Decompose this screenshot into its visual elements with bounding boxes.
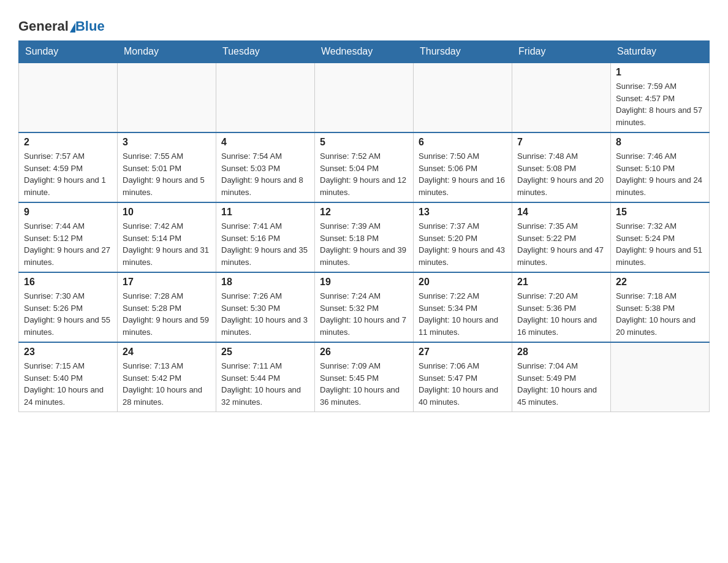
calendar-cell: 21Sunrise: 7:20 AMSunset: 5:36 PMDayligh…	[512, 272, 611, 342]
day-number: 19	[320, 277, 408, 288]
day-number: 14	[517, 207, 605, 218]
day-number: 17	[123, 277, 211, 288]
day-number: 6	[419, 137, 507, 148]
calendar-header-saturday: Saturday	[611, 41, 710, 63]
day-info: Sunrise: 7:13 AMSunset: 5:42 PMDaylight:…	[123, 360, 211, 408]
calendar-cell: 11Sunrise: 7:41 AMSunset: 5:16 PMDayligh…	[216, 202, 315, 272]
day-number: 28	[517, 347, 605, 358]
day-number: 1	[616, 67, 704, 78]
calendar-cell	[216, 63, 315, 132]
logo: General Blue	[18, 18, 105, 34]
calendar-cell: 16Sunrise: 7:30 AMSunset: 5:26 PMDayligh…	[19, 272, 118, 342]
day-number: 13	[419, 207, 507, 218]
day-info: Sunrise: 7:54 AMSunset: 5:03 PMDaylight:…	[221, 150, 309, 198]
day-number: 22	[616, 277, 704, 288]
day-info: Sunrise: 7:41 AMSunset: 5:16 PMDaylight:…	[221, 220, 309, 268]
calendar-table: SundayMondayTuesdayWednesdayThursdayFrid…	[18, 40, 710, 412]
page-header: General Blue	[18, 12, 710, 34]
calendar-cell: 3Sunrise: 7:55 AMSunset: 5:01 PMDaylight…	[118, 132, 216, 202]
day-info: Sunrise: 7:46 AMSunset: 5:10 PMDaylight:…	[616, 150, 704, 198]
day-info: Sunrise: 7:55 AMSunset: 5:01 PMDaylight:…	[123, 150, 211, 198]
day-info: Sunrise: 7:06 AMSunset: 5:47 PMDaylight:…	[419, 360, 507, 408]
day-number: 7	[517, 137, 605, 148]
calendar-cell	[315, 63, 414, 132]
calendar-cell: 10Sunrise: 7:42 AMSunset: 5:14 PMDayligh…	[118, 202, 216, 272]
calendar-cell: 8Sunrise: 7:46 AMSunset: 5:10 PMDaylight…	[611, 132, 710, 202]
calendar-cell: 6Sunrise: 7:50 AMSunset: 5:06 PMDaylight…	[414, 132, 512, 202]
day-number: 27	[419, 347, 507, 358]
calendar-cell: 2Sunrise: 7:57 AMSunset: 4:59 PMDaylight…	[19, 132, 118, 202]
day-info: Sunrise: 7:15 AMSunset: 5:40 PMDaylight:…	[24, 360, 112, 408]
calendar-cell: 9Sunrise: 7:44 AMSunset: 5:12 PMDaylight…	[19, 202, 118, 272]
calendar-cell	[19, 63, 118, 132]
day-info: Sunrise: 7:50 AMSunset: 5:06 PMDaylight:…	[419, 150, 507, 198]
calendar-cell: 13Sunrise: 7:37 AMSunset: 5:20 PMDayligh…	[414, 202, 512, 272]
day-info: Sunrise: 7:52 AMSunset: 5:04 PMDaylight:…	[320, 150, 408, 198]
day-info: Sunrise: 7:39 AMSunset: 5:18 PMDaylight:…	[320, 220, 408, 268]
calendar-cell: 20Sunrise: 7:22 AMSunset: 5:34 PMDayligh…	[414, 272, 512, 342]
calendar-cell: 15Sunrise: 7:32 AMSunset: 5:24 PMDayligh…	[611, 202, 710, 272]
day-number: 18	[221, 277, 309, 288]
calendar-week-2: 2Sunrise: 7:57 AMSunset: 4:59 PMDaylight…	[19, 132, 710, 202]
day-info: Sunrise: 7:57 AMSunset: 4:59 PMDaylight:…	[24, 150, 112, 198]
day-info: Sunrise: 7:30 AMSunset: 5:26 PMDaylight:…	[24, 290, 112, 338]
calendar-cell: 28Sunrise: 7:04 AMSunset: 5:49 PMDayligh…	[512, 342, 611, 412]
calendar-cell	[611, 342, 710, 412]
day-info: Sunrise: 7:28 AMSunset: 5:28 PMDaylight:…	[123, 290, 211, 338]
calendar-week-3: 9Sunrise: 7:44 AMSunset: 5:12 PMDaylight…	[19, 202, 710, 272]
day-info: Sunrise: 7:09 AMSunset: 5:45 PMDaylight:…	[320, 360, 408, 408]
calendar-cell	[414, 63, 512, 132]
calendar-cell: 19Sunrise: 7:24 AMSunset: 5:32 PMDayligh…	[315, 272, 414, 342]
day-number: 20	[419, 277, 507, 288]
day-info: Sunrise: 7:04 AMSunset: 5:49 PMDaylight:…	[517, 360, 605, 408]
day-number: 2	[24, 137, 112, 148]
calendar-cell: 27Sunrise: 7:06 AMSunset: 5:47 PMDayligh…	[414, 342, 512, 412]
day-info: Sunrise: 7:20 AMSunset: 5:36 PMDaylight:…	[517, 290, 605, 338]
calendar-cell: 26Sunrise: 7:09 AMSunset: 5:45 PMDayligh…	[315, 342, 414, 412]
calendar-cell: 23Sunrise: 7:15 AMSunset: 5:40 PMDayligh…	[19, 342, 118, 412]
calendar-header-row: SundayMondayTuesdayWednesdayThursdayFrid…	[19, 41, 710, 63]
day-info: Sunrise: 7:26 AMSunset: 5:30 PMDaylight:…	[221, 290, 309, 338]
day-number: 12	[320, 207, 408, 218]
calendar-cell	[512, 63, 611, 132]
day-info: Sunrise: 7:22 AMSunset: 5:34 PMDaylight:…	[419, 290, 507, 338]
day-number: 24	[123, 347, 211, 358]
day-info: Sunrise: 7:59 AMSunset: 4:57 PMDaylight:…	[616, 80, 704, 128]
calendar-header-tuesday: Tuesday	[216, 41, 315, 63]
calendar-cell: 17Sunrise: 7:28 AMSunset: 5:28 PMDayligh…	[118, 272, 216, 342]
day-number: 15	[616, 207, 704, 218]
day-number: 5	[320, 137, 408, 148]
calendar-week-1: 1Sunrise: 7:59 AMSunset: 4:57 PMDaylight…	[19, 63, 710, 132]
calendar-header-monday: Monday	[118, 41, 216, 63]
calendar-week-4: 16Sunrise: 7:30 AMSunset: 5:26 PMDayligh…	[19, 272, 710, 342]
calendar-header-thursday: Thursday	[414, 41, 512, 63]
calendar-cell: 1Sunrise: 7:59 AMSunset: 4:57 PMDaylight…	[611, 63, 710, 132]
day-number: 3	[123, 137, 211, 148]
day-number: 11	[221, 207, 309, 218]
day-number: 25	[221, 347, 309, 358]
day-number: 4	[221, 137, 309, 148]
logo-text-general: General	[18, 18, 69, 34]
day-number: 23	[24, 347, 112, 358]
calendar-cell: 14Sunrise: 7:35 AMSunset: 5:22 PMDayligh…	[512, 202, 611, 272]
day-number: 16	[24, 277, 112, 288]
calendar-cell: 12Sunrise: 7:39 AMSunset: 5:18 PMDayligh…	[315, 202, 414, 272]
calendar-header-wednesday: Wednesday	[315, 41, 414, 63]
logo-general-text: General	[18, 18, 75, 34]
day-number: 9	[24, 207, 112, 218]
calendar-header-sunday: Sunday	[19, 41, 118, 63]
day-info: Sunrise: 7:48 AMSunset: 5:08 PMDaylight:…	[517, 150, 605, 198]
calendar-cell: 22Sunrise: 7:18 AMSunset: 5:38 PMDayligh…	[611, 272, 710, 342]
day-info: Sunrise: 7:18 AMSunset: 5:38 PMDaylight:…	[616, 290, 704, 338]
day-number: 21	[517, 277, 605, 288]
logo-triangle-icon	[70, 23, 75, 33]
day-info: Sunrise: 7:11 AMSunset: 5:44 PMDaylight:…	[221, 360, 309, 408]
day-info: Sunrise: 7:24 AMSunset: 5:32 PMDaylight:…	[320, 290, 408, 338]
calendar-cell: 7Sunrise: 7:48 AMSunset: 5:08 PMDaylight…	[512, 132, 611, 202]
day-info: Sunrise: 7:35 AMSunset: 5:22 PMDaylight:…	[517, 220, 605, 268]
calendar-cell: 25Sunrise: 7:11 AMSunset: 5:44 PMDayligh…	[216, 342, 315, 412]
day-number: 26	[320, 347, 408, 358]
day-number: 10	[123, 207, 211, 218]
logo-blue-text: Blue	[75, 18, 105, 34]
calendar-header-friday: Friday	[512, 41, 611, 63]
